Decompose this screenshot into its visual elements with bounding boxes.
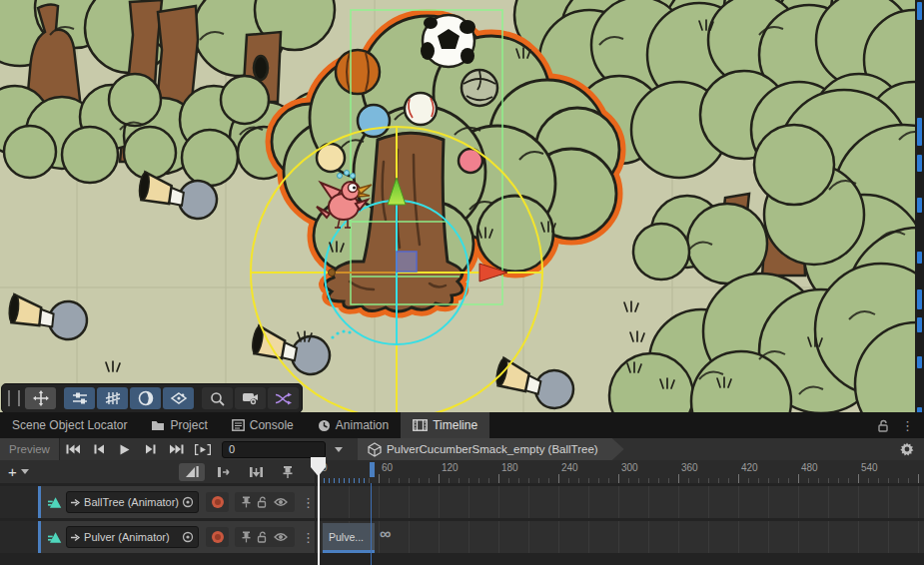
target-picker-icon[interactable] (182, 531, 194, 543)
shuffle-tool-button[interactable] (268, 387, 299, 409)
tab-animation[interactable]: Animation (306, 412, 401, 438)
search-icon (210, 391, 225, 406)
track-color-band (38, 521, 41, 553)
move-icon (33, 390, 49, 406)
pin-icon[interactable] (242, 496, 251, 508)
curves-view-button[interactable] (179, 463, 205, 481)
clip-end-marker[interactable] (370, 462, 375, 477)
connector-icon (71, 533, 81, 542)
sliders-tool-button[interactable] (64, 387, 95, 409)
timeline-panel: Preview (0, 438, 924, 565)
search-tool-button[interactable] (202, 387, 233, 409)
drag-handle-icon[interactable] (8, 390, 20, 406)
sphere-icon (138, 390, 154, 406)
play-button[interactable] (112, 438, 138, 460)
tab-label: Console (250, 418, 294, 432)
ruler-label: 300 (621, 462, 638, 473)
play-range-button[interactable] (190, 438, 216, 460)
track-row-pulver: Pulver (Animator) (0, 521, 924, 553)
camera-tool-button[interactable] (235, 387, 266, 409)
curves-view-icon (185, 465, 200, 478)
tab-label: Scene Object Locator (12, 418, 127, 432)
panel-tab-bar: Scene Object Locator Project Console Ani… (0, 412, 924, 438)
scene-tools-overlay (1, 383, 303, 413)
ripple-mode-icon (249, 466, 264, 478)
breadcrumb[interactable]: PulverCucumberSmack_empty (BallTree) (358, 438, 624, 460)
track-binding-field[interactable]: Pulver (Animator) (66, 526, 199, 548)
next-frame-icon (146, 444, 156, 454)
ruler-label: 60 (382, 462, 393, 473)
ruler-label: 180 (501, 462, 518, 473)
cube-icon (368, 442, 382, 457)
skip-to-end-button[interactable] (164, 438, 190, 460)
gizmo-plane-handle[interactable] (397, 252, 417, 272)
preview-button[interactable]: Preview (0, 438, 60, 460)
animation-clip[interactable]: Pulve... (323, 523, 375, 553)
track-menu-icon[interactable]: ⋮ (302, 496, 315, 509)
unlock-icon[interactable] (877, 419, 889, 432)
tab-console[interactable]: Console (220, 412, 306, 438)
add-track-caret (21, 469, 29, 474)
frame-field[interactable]: 0 (222, 441, 326, 458)
tab-label: Animation (336, 418, 389, 432)
add-track-button[interactable]: + (0, 463, 37, 480)
track-header-balltree[interactable]: BallTree (Animator) (38, 486, 315, 518)
tab-project[interactable]: Project (139, 412, 219, 438)
ruler-label: 240 (561, 462, 578, 473)
unlock-icon[interactable] (257, 496, 268, 508)
scene-scrollbar[interactable] (915, 0, 924, 464)
track-row-balltree: BallTree (Animator) (0, 486, 924, 518)
eye-icon[interactable] (274, 532, 288, 542)
gizmo-diamond-tool-button[interactable] (163, 387, 194, 409)
sphere-shading-tool-button[interactable] (130, 387, 161, 409)
unlock-icon[interactable] (257, 531, 268, 543)
target-picker-icon[interactable] (182, 496, 194, 508)
tab-label: Project (170, 418, 207, 432)
connector-icon (71, 498, 81, 507)
gear-icon[interactable] (900, 442, 914, 456)
infinite-clip-indicator: ∞ (380, 525, 391, 543)
scene-view[interactable] (0, 0, 924, 412)
skip-to-start-button[interactable] (60, 438, 86, 460)
track-content-balltree[interactable] (315, 486, 924, 518)
blue-ball (358, 105, 390, 137)
track-toggles (235, 527, 295, 547)
record-button[interactable] (206, 527, 229, 547)
track-binding-field[interactable]: BallTree (Animator) (66, 491, 199, 513)
frame-options-caret[interactable] (335, 447, 343, 452)
timeline-duration-line (371, 483, 372, 565)
tab-timeline[interactable]: Timeline (401, 412, 489, 438)
clock-icon (318, 419, 331, 432)
tab-scene-object-locator[interactable]: Scene Object Locator (0, 412, 139, 438)
timeline-tracks: BallTree (Animator) (0, 483, 924, 565)
record-button[interactable] (206, 492, 229, 512)
track-header-pulver[interactable]: Pulver (Animator) (38, 521, 315, 553)
mix-mode-button[interactable] (211, 463, 237, 481)
eye-icon[interactable] (274, 497, 288, 507)
tab-label: Timeline (433, 418, 477, 432)
ruler-label: 420 (741, 462, 758, 473)
next-frame-button[interactable] (138, 438, 164, 460)
ruler-label: 120 (442, 462, 459, 473)
timeline-ruler[interactable]: 0 60 120 180 240 300 360 420 480 540 (315, 460, 924, 484)
play-icon (120, 444, 130, 455)
pin-button[interactable] (275, 463, 301, 481)
track-content-pulver[interactable]: Pulve... ∞ (315, 521, 924, 553)
track-name: Pulver (Animator) (84, 531, 179, 543)
move-tool-button[interactable] (25, 387, 56, 409)
film-icon (413, 419, 428, 431)
hatch-grid-tool-button[interactable] (97, 387, 128, 409)
panel-menu-icon[interactable]: ⋮ (901, 419, 914, 432)
ripple-mode-button[interactable] (243, 463, 269, 481)
plus-icon: + (8, 463, 17, 480)
ruler-label: 360 (681, 462, 698, 473)
unity-editor-window: Scene Object Locator Project Console Ani… (0, 0, 924, 565)
skip-to-end-icon (170, 444, 184, 454)
playhead-line[interactable] (318, 474, 320, 565)
previous-frame-button[interactable] (86, 438, 112, 460)
pin-icon[interactable] (242, 531, 251, 543)
track-menu-icon[interactable]: ⋮ (302, 531, 315, 544)
timeline-track-header-bar: + (0, 460, 315, 484)
record-icon (211, 495, 225, 509)
breadcrumb-bar: PulverCucumberSmack_empty (BallTree) (358, 438, 890, 460)
